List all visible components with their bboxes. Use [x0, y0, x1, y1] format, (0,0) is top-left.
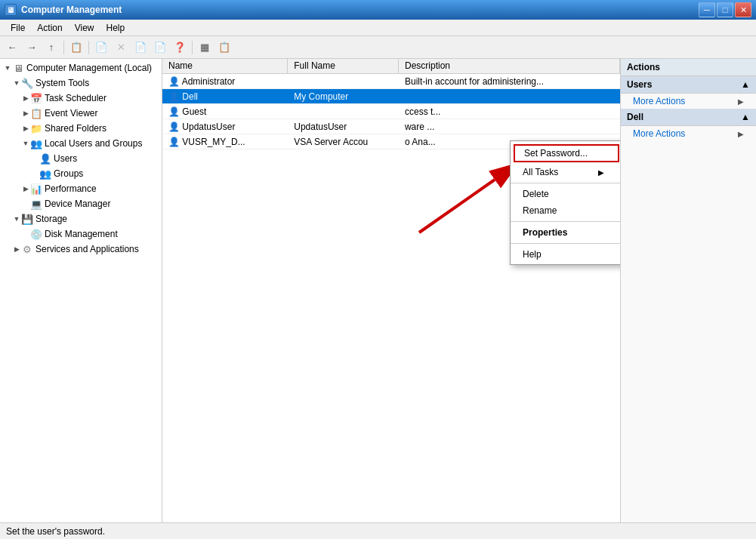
col-header-fullname[interactable]: Full Name [288, 59, 399, 73]
tree-label-storage: Storage [35, 214, 67, 224]
expand-shared-folders[interactable]: ▶ [21, 124, 30, 133]
up-button[interactable]: ↑ [42, 38, 60, 57]
device-manager-icon: 💻 [30, 198, 42, 210]
view-button[interactable]: ▦ [196, 38, 214, 57]
actions-more-actions-dell[interactable]: More Actions ▶ [621, 126, 756, 141]
tree-label-disk-management: Disk Management [45, 229, 118, 239]
actions-section-dell[interactable]: Dell ▲ [621, 109, 756, 126]
export-button[interactable]: 📄 [131, 38, 150, 57]
cell-name-0: 👤 Administrator [162, 75, 288, 88]
tree-item-disk-management[interactable]: 💿 Disk Management [0, 226, 162, 242]
close-button[interactable]: ✕ [735, 2, 751, 17]
expand-local-users[interactable]: ▼ [21, 139, 30, 148]
toolbar: ← → ↑ 📋 📄 ✕ 📄 📄 ❓ ▦ 📋 [0, 36, 756, 59]
maximize-button[interactable]: □ [717, 2, 733, 17]
submenu-arrow-all-tasks: ▶ [598, 168, 604, 177]
cell-fullname-2 [288, 110, 399, 113]
actions-more-actions-users[interactable]: More Actions ▶ [621, 94, 756, 109]
expand-storage[interactable]: ▼ [12, 214, 21, 223]
table-row-selected[interactable]: 👤 Dell My Computer [162, 89, 620, 104]
col-header-name[interactable]: Name [162, 59, 288, 73]
expand-event-viewer[interactable]: ▶ [21, 109, 30, 118]
tree-item-users[interactable]: 👤 Users [0, 151, 162, 166]
cell-fullname-0 [288, 80, 399, 83]
menu-action[interactable]: Action [31, 21, 68, 35]
expand-services-apps[interactable]: ▶ [12, 245, 21, 254]
tree-item-performance[interactable]: ▶ 📊 Performance [0, 181, 162, 196]
tree-item-device-manager[interactable]: 💻 Device Manager [0, 196, 162, 211]
local-users-icon: 👥 [30, 137, 42, 149]
help-toolbar-button[interactable]: ❓ [171, 38, 189, 57]
tree-label-shared-folders: Shared Folders [45, 123, 106, 134]
tree-item-groups[interactable]: 👥 Groups [0, 166, 162, 181]
up-one-level-button[interactable]: ✕ [112, 38, 130, 57]
customize-button[interactable]: 📋 [215, 38, 233, 57]
tree-item-system-tools[interactable]: ▼ 🔧 System Tools [0, 75, 162, 91]
main-layout: ▼ 🖥 Computer Management (Local) ▼ 🔧 Syst… [0, 59, 756, 522]
task-scheduler-icon: 📅 [30, 92, 42, 104]
actions-section-users[interactable]: Users ▲ [621, 76, 756, 94]
tree-item-storage[interactable]: ▼ 💾 Storage [0, 211, 162, 226]
expand-device-manager [21, 199, 30, 208]
groups-icon: 👥 [39, 168, 51, 180]
context-menu-delete[interactable]: Delete [511, 186, 620, 202]
separator-3 [192, 41, 193, 54]
cell-desc-0: Built-in account for administering... [399, 75, 620, 88]
expand-users [30, 154, 39, 163]
table-header: Name Full Name Description [162, 59, 620, 74]
event-viewer-icon: 📋 [30, 107, 42, 119]
menu-view[interactable]: View [69, 21, 100, 35]
tree-item-task-scheduler[interactable]: ▶ 📅 Task Scheduler [0, 91, 162, 106]
menu-file[interactable]: File [5, 21, 31, 35]
title-bar: 🖥 Computer Management ─ □ ✕ [0, 0, 756, 20]
menu-help[interactable]: Help [100, 21, 131, 35]
expand-performance[interactable]: ▶ [21, 184, 30, 193]
user-icon-1: 👤 [168, 91, 182, 102]
cell-name-2: 👤 Guest [162, 105, 288, 119]
table-row[interactable]: 👤 UpdatusUser UpdatusUser ware ... [162, 119, 620, 134]
cell-desc-2: ccess t... [399, 105, 620, 119]
menu-bar: File Action View Help [0, 20, 756, 36]
actions-header: Actions [621, 59, 756, 76]
user-icon-4: 👤 [168, 137, 182, 147]
back-button[interactable]: ← [3, 38, 21, 57]
forward-button[interactable]: → [23, 38, 41, 57]
cell-fullname-3: UpdatusUser [288, 120, 399, 134]
window-title: Computer Management [21, 5, 699, 15]
col-header-description[interactable]: Description [399, 59, 620, 73]
context-menu-all-tasks[interactable]: All Tasks ▶ [511, 164, 620, 180]
tree-item-services-apps[interactable]: ▶ ⚙ Services and Applications [0, 242, 162, 257]
shared-folders-icon: 📁 [30, 122, 42, 134]
tree-item-event-viewer[interactable]: ▶ 📋 Event Viewer [0, 106, 162, 121]
context-menu-set-password[interactable]: Set Password... [514, 144, 619, 162]
context-menu-sep-3 [511, 243, 620, 244]
expand-task-scheduler[interactable]: ▶ [21, 94, 30, 103]
tree-item-root[interactable]: ▼ 🖥 Computer Management (Local) [0, 60, 162, 75]
user-icon-0: 👤 [168, 76, 182, 87]
tree-label-services-apps: Services and Applications [35, 244, 139, 254]
more-actions-arrow-dell: ▶ [738, 130, 744, 138]
new-window-button[interactable]: 📄 [92, 38, 110, 57]
user-icon-2: 👤 [168, 106, 182, 117]
table-row[interactable]: 👤 Administrator Built-in account for adm… [162, 74, 620, 89]
context-menu-help[interactable]: Help [511, 246, 620, 263]
window-controls: ─ □ ✕ [699, 2, 751, 17]
cell-name-3: 👤 UpdatusUser [162, 120, 288, 134]
status-bar: Set the user's password. [0, 522, 756, 539]
properties-toolbar-button[interactable]: 📄 [151, 38, 169, 57]
table-row[interactable]: 👤 Guest ccess t... [162, 104, 620, 119]
context-menu-properties[interactable]: Properties [511, 224, 620, 241]
expand-system-tools[interactable]: ▼ [12, 79, 21, 88]
computer-icon: 🖥 [12, 62, 24, 74]
tree-item-shared-folders[interactable]: ▶ 📁 Shared Folders [0, 121, 162, 136]
tree-panel: ▼ 🖥 Computer Management (Local) ▼ 🔧 Syst… [0, 59, 162, 522]
minimize-button[interactable]: ─ [699, 2, 715, 17]
right-panel: Actions Users ▲ More Actions ▶ Dell ▲ Mo… [620, 59, 756, 522]
tree-label-task-scheduler: Task Scheduler [45, 93, 106, 103]
show-hide-tree-button[interactable]: 📋 [67, 38, 85, 57]
context-menu-sep-1 [511, 183, 620, 183]
expand-root[interactable]: ▼ [3, 63, 12, 72]
context-menu-rename[interactable]: Rename [511, 202, 620, 219]
system-tools-icon: 🔧 [21, 77, 33, 89]
tree-item-local-users[interactable]: ▼ 👥 Local Users and Groups [0, 136, 162, 151]
